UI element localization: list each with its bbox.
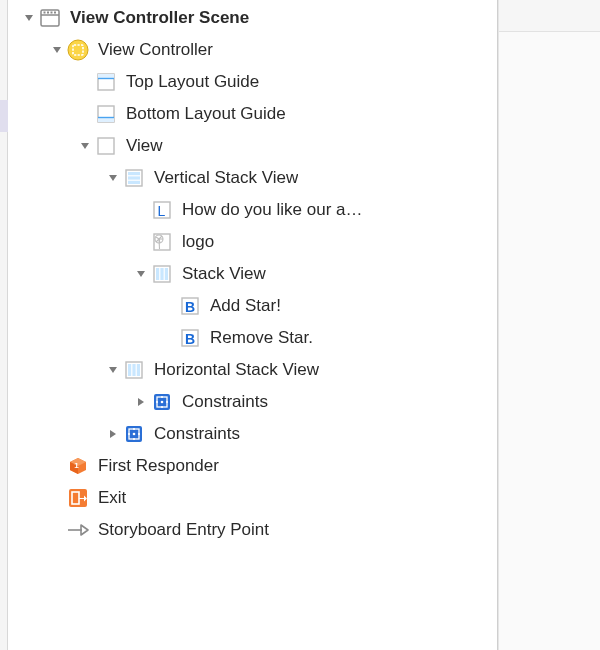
tree-row-bottom-layout-guide[interactable]: Bottom Layout Guide <box>8 98 497 130</box>
svg-marker-16 <box>81 143 89 149</box>
layout-guide-bottom-icon <box>94 102 118 126</box>
tree-label: Remove Star. <box>210 328 313 348</box>
tree-row-exit[interactable]: Exit <box>8 482 497 514</box>
svg-marker-18 <box>109 175 117 181</box>
constraints-icon <box>122 422 146 446</box>
tree-row-view-controller[interactable]: View Controller <box>8 34 497 66</box>
vertical-stack-icon <box>122 166 146 190</box>
tree-label: View Controller Scene <box>70 8 249 28</box>
tree-label: View Controller <box>98 40 213 60</box>
canvas-toolbar <box>499 0 600 32</box>
disclosure-triangle-icon[interactable] <box>134 395 148 409</box>
canvas-area <box>498 0 600 650</box>
tree-label: Stack View <box>182 264 266 284</box>
tree-row-stack-view[interactable]: Stack View <box>8 258 497 290</box>
tree-row-horizontal-stack[interactable]: Horizontal Stack View <box>8 354 497 386</box>
svg-point-58 <box>133 433 136 436</box>
svg-rect-6 <box>54 12 56 14</box>
disclosure-triangle-icon[interactable] <box>22 11 36 25</box>
tree-label: Storyboard Entry Point <box>98 520 269 540</box>
disclosure-triangle-icon[interactable] <box>106 171 120 185</box>
tree-label: How do you like our a… <box>182 200 362 220</box>
svg-marker-55 <box>110 430 116 438</box>
svg-point-59 <box>128 433 130 435</box>
tree-label: View <box>126 136 163 156</box>
svg-text:B: B <box>185 331 195 347</box>
svg-rect-20 <box>128 172 140 175</box>
tree-row-constraints[interactable]: Constraints <box>8 386 497 418</box>
tree-label: Top Layout Guide <box>126 72 259 92</box>
constraints-icon <box>150 390 174 414</box>
disclosure-triangle-icon[interactable] <box>50 43 64 57</box>
tree-label: Constraints <box>182 392 268 412</box>
scene-icon <box>38 6 62 30</box>
tree-row-button-remove-star[interactable]: B Remove Star. <box>8 322 497 354</box>
tree-label: Add Star! <box>210 296 281 316</box>
document-outline[interactable]: View Controller Scene View Controller To… <box>8 0 498 650</box>
horizontal-stack-icon <box>122 358 146 382</box>
layout-guide-top-icon <box>94 70 118 94</box>
svg-rect-44 <box>128 364 131 376</box>
disclosure-triangle-icon[interactable] <box>134 267 148 281</box>
svg-rect-35 <box>156 268 159 280</box>
tree-row-first-responder[interactable]: 1 First Responder <box>8 450 497 482</box>
svg-rect-4 <box>47 12 49 14</box>
tree-row-top-layout-guide[interactable]: Top Layout Guide <box>8 66 497 98</box>
svg-point-52 <box>166 401 168 403</box>
svg-marker-42 <box>109 367 117 373</box>
svg-text:L: L <box>158 203 166 219</box>
uibutton-icon: B <box>178 326 202 350</box>
uilabel-icon: L <box>150 198 174 222</box>
uibutton-icon: B <box>178 294 202 318</box>
first-responder-icon: 1 <box>66 454 90 478</box>
svg-rect-46 <box>137 364 140 376</box>
tree-label: Vertical Stack View <box>154 168 298 188</box>
tree-row-constraints[interactable]: Constraints <box>8 418 497 450</box>
horizontal-stack-icon <box>150 262 174 286</box>
tree-row-entry-point[interactable]: Storyboard Entry Point <box>8 514 497 546</box>
svg-rect-22 <box>128 181 140 184</box>
svg-rect-5 <box>51 12 53 14</box>
tree-label: logo <box>182 232 214 252</box>
disclosure-triangle-icon[interactable] <box>78 139 92 153</box>
disclosure-triangle-icon[interactable] <box>106 363 120 377</box>
view-controller-icon <box>66 38 90 62</box>
entry-point-arrow-icon <box>66 518 90 542</box>
tree-row-button-add-star[interactable]: B Add Star! <box>8 290 497 322</box>
svg-rect-21 <box>128 176 140 179</box>
svg-marker-47 <box>138 398 144 406</box>
tree-label: Bottom Layout Guide <box>126 104 286 124</box>
tree-row-scene[interactable]: View Controller Scene <box>8 2 497 34</box>
disclosure-triangle-icon[interactable] <box>106 427 120 441</box>
svg-marker-0 <box>25 15 33 21</box>
svg-point-50 <box>161 401 164 404</box>
tree-label: Constraints <box>154 424 240 444</box>
svg-point-61 <box>133 428 135 430</box>
svg-rect-17 <box>98 138 114 154</box>
svg-point-51 <box>156 401 158 403</box>
svg-point-53 <box>161 396 163 398</box>
svg-point-62 <box>133 438 135 440</box>
svg-marker-33 <box>137 271 145 277</box>
tree-label: Horizontal Stack View <box>154 360 319 380</box>
svg-point-8 <box>68 40 88 60</box>
svg-point-60 <box>138 433 140 435</box>
tree-row-view[interactable]: View <box>8 130 497 162</box>
svg-text:1: 1 <box>74 461 79 470</box>
tree-label: Exit <box>98 488 126 508</box>
svg-rect-45 <box>132 364 135 376</box>
svg-marker-7 <box>53 47 61 53</box>
tree-label: First Responder <box>98 456 219 476</box>
tree-row-image-logo[interactable]: logo <box>8 226 497 258</box>
uiview-icon <box>94 134 118 158</box>
svg-line-32 <box>159 239 160 249</box>
uiimageview-icon <box>150 230 174 254</box>
svg-text:B: B <box>185 299 195 315</box>
svg-rect-37 <box>165 268 168 280</box>
tree-row-vertical-stack[interactable]: Vertical Stack View <box>8 162 497 194</box>
exit-icon <box>66 486 90 510</box>
svg-rect-3 <box>44 12 46 14</box>
svg-marker-71 <box>81 525 88 535</box>
svg-point-54 <box>161 406 163 408</box>
tree-row-label-question[interactable]: L How do you like our a… <box>8 194 497 226</box>
